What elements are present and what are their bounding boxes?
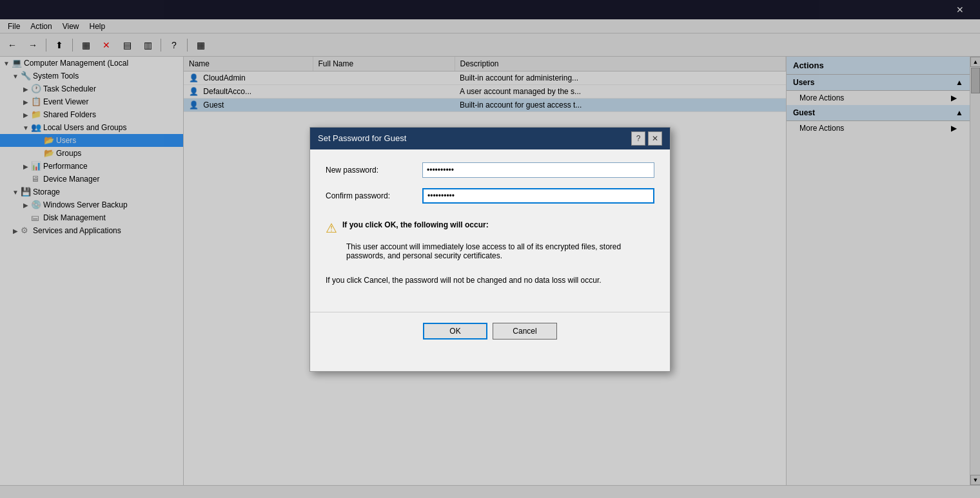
cancel-button[interactable]: Cancel (493, 323, 557, 340)
warning-area: ⚠ If you click OK, the following will oc… (326, 214, 654, 299)
new-password-row: New password: (326, 162, 654, 178)
set-password-dialog: Set Password for Guest ? ✕ New password:… (309, 127, 671, 372)
modal-help-button[interactable]: ? (631, 131, 645, 146)
confirm-password-label: Confirm password: (326, 191, 422, 200)
warning-title: If you click OK, the following will occu… (342, 220, 489, 229)
new-password-input[interactable] (422, 162, 654, 178)
warning-body-text: This user account will immediately lose … (346, 242, 621, 260)
confirm-password-input[interactable] (422, 188, 654, 204)
modal-close-button[interactable]: ✕ (648, 131, 662, 146)
modal-title: Set Password for Guest (318, 133, 406, 143)
confirm-password-row: Confirm password: (326, 188, 654, 204)
modal-content: New password: Confirm password: ⚠ If you… (310, 149, 670, 312)
modal-overlay: Set Password for Guest ? ✕ New password:… (0, 0, 980, 498)
warning-icon: ⚠ (326, 220, 337, 236)
modal-title-bar: Set Password for Guest ? ✕ (310, 128, 670, 149)
warning-title-text: If you click OK, the following will occu… (342, 220, 489, 229)
cancel-note: If you click Cancel, the password will n… (326, 268, 654, 292)
modal-controls: ? ✕ (631, 131, 662, 146)
warning-row: ⚠ If you click OK, the following will oc… (326, 220, 654, 236)
new-password-label: New password: (326, 166, 422, 175)
modal-buttons: OK Cancel (310, 312, 670, 350)
ok-button[interactable]: OK (423, 323, 487, 340)
